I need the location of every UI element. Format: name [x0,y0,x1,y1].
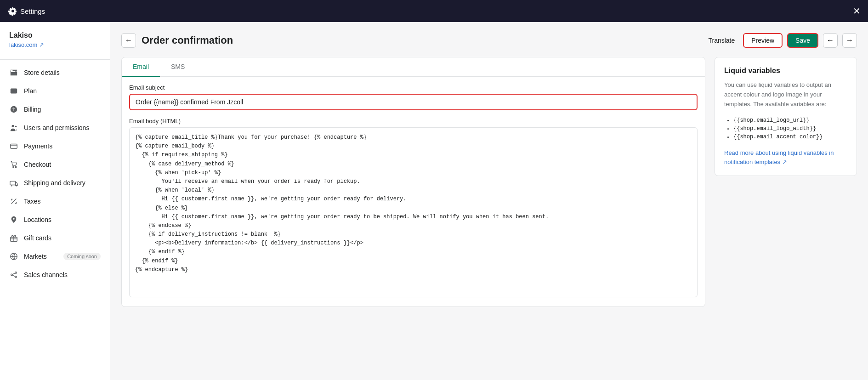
svg-point-3 [15,126,17,128]
page-header-right: Translate Preview Save ← → [704,33,857,48]
sidebar-label-users: Users and permissions [24,124,89,131]
two-col-layout: Email SMS Email subject Email body (HTML… [121,57,857,307]
svg-point-12 [11,274,13,276]
svg-point-13 [15,272,17,274]
external-link-icon: ↗ [782,159,787,165]
markets-icon [9,252,18,261]
gift-icon [9,233,18,243]
sidebar-label-gift-cards: Gift cards [24,234,51,242]
liquid-title: Liquid variables [724,67,847,75]
sidebar-item-checkout[interactable]: Checkout [0,155,110,174]
svg-point-6 [15,166,17,168]
sidebar-item-shipping[interactable]: Shipping and delivery [0,174,110,192]
next-button[interactable]: → [842,33,857,48]
store-name: Lakiso [0,31,110,41]
billing-icon [9,105,18,114]
liquid-var-3: {{shop.email_accent_color}} [733,133,847,141]
store-link[interactable]: lakiso.com ↗ [0,41,110,56]
store-icon [9,68,18,77]
liquid-var-2: {{shop.email_logo_width}} [733,125,847,133]
email-subject-group: Email subject [122,77,705,118]
subject-label: Email subject [129,84,698,91]
liquid-desc: You can use liquid variables to output a… [724,80,847,109]
close-button[interactable]: ✕ [853,6,861,17]
translate-button[interactable]: Translate [704,37,738,44]
sidebar-label-taxes: Taxes [24,198,41,205]
content-area: ← Order confirmation Translate Preview S… [110,22,868,380]
svg-point-9 [16,185,17,187]
body-textarea[interactable] [129,127,698,297]
sidebar-label-shipping: Shipping and delivery [24,179,85,187]
liquid-learn-more-link[interactable]: Read more about using liquid variables i… [724,149,834,165]
taxes-icon [9,197,18,206]
back-button[interactable]: ← [121,33,136,48]
sidebar-item-sales-channels[interactable]: Sales channels [0,266,110,284]
topbar: Settings ✕ [0,0,868,22]
sidebar-item-users-permissions[interactable]: Users and permissions [0,119,110,137]
sidebar-label-sales-channels: Sales channels [24,271,68,278]
email-card: Email SMS Email subject Email body (HTML… [121,57,705,307]
svg-point-2 [12,125,14,127]
sidebar-label-checkout: Checkout [24,161,51,168]
page-title: Order confirmation [142,34,233,46]
liquid-var-1: {{shop.email_logo_url}} [733,116,847,125]
svg-point-8 [11,185,12,187]
side-column: Liquid variables You can use liquid vari… [715,57,857,176]
sidebar-label-locations: Locations [24,216,51,223]
checkout-icon [9,160,18,169]
save-button[interactable]: Save [787,33,818,48]
main-layout: Lakiso lakiso.com ↗ Store details Plan B… [0,22,868,380]
gear-icon [7,6,17,16]
sidebar-label-plan: Plan [24,87,37,95]
plan-icon [9,86,18,96]
sidebar-divider [0,59,110,60]
topbar-left: Settings [7,6,45,16]
sidebar-label-billing: Billing [24,106,41,113]
email-body-group: Email body (HTML) [122,118,705,306]
main-column: Email SMS Email subject Email body (HTML… [121,57,705,307]
sidebar-item-plan[interactable]: Plan [0,82,110,100]
sidebar: Lakiso lakiso.com ↗ Store details Plan B… [0,22,110,380]
page-header: ← Order confirmation Translate Preview S… [121,33,857,48]
tab-sms[interactable]: SMS [160,57,196,77]
subject-input[interactable] [129,94,698,110]
markets-badge: Coming soon [63,253,101,260]
shipping-icon [9,178,18,187]
channels-icon [9,270,18,279]
sidebar-item-locations[interactable]: Locations [0,210,110,229]
sidebar-item-store-details[interactable]: Store details [0,63,110,82]
sidebar-item-taxes[interactable]: Taxes [0,192,110,210]
svg-point-5 [13,166,14,168]
tab-email[interactable]: Email [122,57,160,77]
users-icon [9,123,18,132]
external-link-icon: ↗ [39,41,44,48]
sidebar-label-markets: Markets [24,253,47,260]
page-header-left: ← Order confirmation [121,33,233,48]
sidebar-label-store-details: Store details [24,69,60,76]
svg-rect-4 [11,144,17,149]
liquid-variables-list: {{shop.email_logo_url}} {{shop.email_log… [724,116,847,141]
topbar-title: Settings [20,7,45,15]
prev-button[interactable]: ← [823,33,838,48]
svg-point-14 [15,276,17,278]
tabs-row: Email SMS [122,57,705,77]
sidebar-item-markets[interactable]: Markets Coming soon [0,247,110,266]
payments-icon [9,142,18,151]
preview-button[interactable]: Preview [743,33,783,48]
body-label: Email body (HTML) [129,118,698,125]
sidebar-item-billing[interactable]: Billing [0,100,110,119]
svg-rect-0 [11,89,17,94]
sidebar-item-payments[interactable]: Payments [0,137,110,155]
sidebar-label-payments: Payments [24,142,52,150]
svg-rect-7 [10,181,16,185]
liquid-panel: Liquid variables You can use liquid vari… [715,57,857,176]
sidebar-item-gift-cards[interactable]: Gift cards [0,229,110,247]
location-icon [9,215,18,224]
